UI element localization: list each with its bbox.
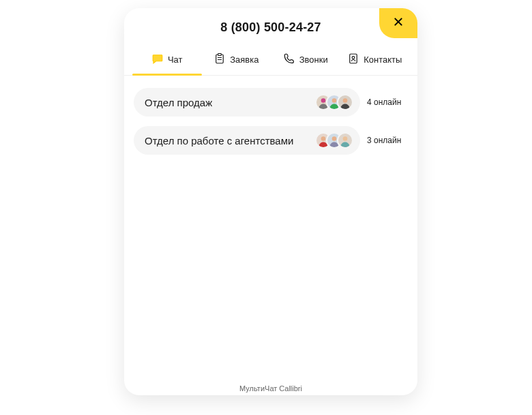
department-name: Отдел по работе с агентствами: [145, 135, 293, 147]
tab-contacts[interactable]: Контакты: [340, 47, 410, 75]
avatar-stack: [315, 132, 353, 149]
svg-point-12: [332, 136, 337, 141]
department-item-agencies[interactable]: Отдел по работе с агентствами: [134, 126, 360, 155]
tab-label: Заявка: [230, 55, 258, 65]
widget-header: 8 (800) 500-24-27: [124, 8, 417, 35]
svg-point-10: [343, 98, 348, 103]
close-button[interactable]: [379, 8, 417, 38]
tab-label: Чат: [168, 55, 183, 65]
tab-request[interactable]: Заявка: [202, 47, 271, 75]
tab-label: Звонки: [299, 55, 328, 65]
tab-calls[interactable]: Звонки: [271, 47, 340, 75]
online-count: 3 онлайн: [367, 136, 408, 145]
department-row: Отдел продаж 4 онлайн: [134, 88, 408, 117]
svg-point-8: [321, 98, 326, 103]
department-list: Отдел продаж 4 онлайн Отдел по работе: [124, 76, 417, 380]
svg-point-13: [343, 136, 348, 141]
tab-label: Контакты: [364, 55, 402, 65]
avatar: [337, 94, 353, 110]
svg-point-11: [321, 136, 326, 141]
svg-point-7: [352, 57, 355, 59]
svg-rect-3: [218, 54, 222, 56]
chat-widget: 8 (800) 500-24-27 Чат Заявка: [124, 8, 417, 395]
avatar: [337, 132, 353, 149]
online-count: 4 онлайн: [367, 97, 408, 107]
header-phone[interactable]: 8 (800) 500-24-27: [124, 20, 417, 35]
chat-icon: [151, 52, 164, 67]
footer-brand[interactable]: МультиЧат Callibri: [239, 384, 302, 393]
contact-icon: [347, 52, 359, 67]
department-row: Отдел по работе с агентствами 3 онлайн: [134, 126, 408, 155]
department-item-sales[interactable]: Отдел продаж: [134, 88, 360, 117]
svg-point-9: [332, 98, 337, 103]
tab-chat[interactable]: Чат: [132, 47, 202, 75]
close-icon: [393, 16, 404, 30]
form-icon: [213, 52, 226, 67]
department-name: Отдел продаж: [145, 97, 212, 108]
tab-bar: Чат Заявка Звонки: [124, 47, 417, 76]
phone-icon: [283, 52, 295, 67]
avatar-stack: [315, 94, 353, 110]
widget-footer: МультиЧат Callibri: [124, 380, 417, 395]
